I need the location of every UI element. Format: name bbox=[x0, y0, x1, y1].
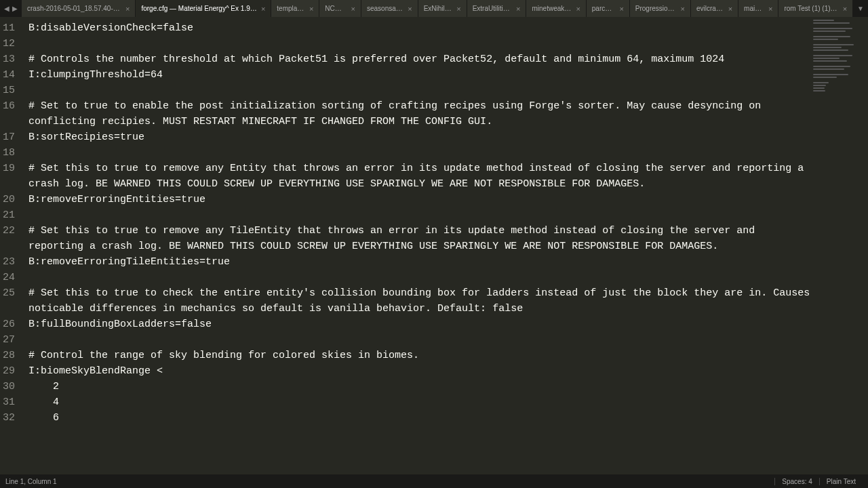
minimap-line bbox=[813, 60, 847, 62]
tab-5[interactable]: ExNihilo.cfg× bbox=[418, 0, 467, 17]
code-line[interactable] bbox=[22, 207, 810, 223]
line-number: 21 bbox=[3, 207, 15, 223]
close-icon[interactable]: × bbox=[619, 5, 623, 13]
minimap-line bbox=[813, 47, 842, 48]
line-number: 26 bbox=[3, 317, 15, 332]
tab-8[interactable]: parcel.cfg× bbox=[587, 0, 630, 17]
line-number: 23 bbox=[3, 254, 15, 270]
tab-label: main.cfg bbox=[744, 5, 764, 12]
minimap-line bbox=[813, 74, 848, 75]
code-line[interactable]: 2 bbox=[22, 379, 810, 394]
tab-next-icon[interactable]: ▶ bbox=[11, 5, 19, 12]
close-icon[interactable]: × bbox=[408, 5, 412, 13]
code-line[interactable]: # Set this to true to remove any Entity … bbox=[22, 161, 810, 192]
line-number: 12 bbox=[3, 36, 15, 52]
close-icon[interactable]: × bbox=[456, 5, 460, 13]
status-position[interactable]: Line 1, Column 1 bbox=[5, 478, 57, 485]
close-icon[interactable]: × bbox=[351, 5, 355, 13]
tab-6[interactable]: ExtraUtilities.cfg× bbox=[467, 0, 527, 17]
tab-prev-icon[interactable]: ◀ bbox=[3, 5, 11, 12]
code-line[interactable]: 4 bbox=[22, 394, 810, 410]
code-line[interactable]: B:sortRecipies=true bbox=[22, 129, 810, 145]
code-line[interactable]: # Control the range of sky blending for … bbox=[22, 348, 810, 363]
status-bar: Line 1, Column 1 Spaces: 4 Plain Text bbox=[0, 474, 868, 488]
tab-label: template.txt bbox=[277, 5, 305, 12]
tab-9[interactable]: Progression.json× bbox=[630, 0, 691, 17]
tab-12[interactable]: rom Test (1) (1)\config× bbox=[778, 0, 853, 17]
tab-label: Progression.json bbox=[635, 5, 677, 12]
close-icon[interactable]: × bbox=[261, 5, 265, 13]
minimap-line bbox=[813, 85, 826, 86]
tab-label: minetweaker.log bbox=[532, 5, 572, 12]
code-line[interactable] bbox=[22, 83, 810, 98]
close-icon[interactable]: × bbox=[576, 5, 580, 13]
code-line[interactable] bbox=[22, 36, 810, 52]
line-number: 15 bbox=[3, 83, 15, 98]
tab-3[interactable]: NCMT.zs× bbox=[319, 0, 361, 17]
line-number: 30 bbox=[3, 379, 15, 394]
code-line[interactable]: B:disableVersionCheck=false bbox=[22, 20, 810, 36]
editor-container: 1112131415161718192021222324252627282930… bbox=[0, 17, 868, 474]
minimap-line bbox=[813, 22, 850, 24]
code-line[interactable] bbox=[22, 332, 810, 348]
tab-0[interactable]: crash-2016-05-01_18.57.40-server.txt× bbox=[22, 0, 136, 17]
tab-4[interactable]: seasonsapi.cfg× bbox=[361, 0, 418, 17]
status-spaces[interactable]: Spaces: 4 bbox=[774, 478, 818, 485]
line-number: 19 bbox=[3, 161, 15, 192]
line-number: 28 bbox=[3, 348, 15, 363]
code-line[interactable]: # Set this to true to check the entire e… bbox=[22, 285, 810, 317]
minimap-line bbox=[813, 39, 838, 40]
tab-label: parcel.cfg bbox=[592, 5, 616, 12]
tab-7[interactable]: minetweaker.log× bbox=[526, 0, 586, 17]
code-line[interactable]: # Set this to true to remove any TileEnt… bbox=[22, 223, 810, 254]
minimap-line bbox=[813, 87, 825, 89]
code-line[interactable] bbox=[22, 270, 810, 285]
line-number: 16 bbox=[3, 98, 15, 129]
tab-2[interactable]: template.txt× bbox=[271, 0, 319, 17]
tab-1[interactable]: forge.cfg — Material Energy^ Ex 1.9 (2)\… bbox=[136, 0, 271, 17]
tab-10[interactable]: evilcraft.cfg× bbox=[691, 0, 738, 17]
close-icon[interactable]: × bbox=[309, 5, 313, 13]
code-area[interactable]: B:disableVersionCheck=false # Controls t… bbox=[22, 17, 810, 474]
editor[interactable]: 1112131415161718192021222324252627282930… bbox=[0, 17, 810, 474]
minimap-line bbox=[813, 58, 840, 59]
code-line[interactable]: B:fullBoundingBoxLadders=false bbox=[22, 317, 810, 332]
code-line[interactable]: B:removeErroringTileEntities=true bbox=[22, 254, 810, 270]
tab-bar: ◀ ▶ crash-2016-05-01_18.57.40-server.txt… bbox=[0, 0, 868, 17]
close-icon[interactable]: × bbox=[728, 5, 732, 13]
code-line[interactable]: # Controls the number threshold at which… bbox=[22, 52, 810, 67]
tab-label: forge.cfg — Material Energy^ Ex 1.9 (2)\… bbox=[141, 5, 257, 12]
line-number: 29 bbox=[3, 363, 15, 379]
line-number: 17 bbox=[3, 129, 15, 145]
minimap-line bbox=[813, 90, 825, 92]
line-number: 13 bbox=[3, 52, 15, 67]
close-icon[interactable]: × bbox=[516, 5, 520, 13]
tab-label: ExtraUtilities.cfg bbox=[473, 5, 512, 12]
minimap-line bbox=[813, 30, 846, 32]
minimap-line bbox=[813, 68, 844, 70]
line-number: 24 bbox=[3, 270, 15, 285]
status-syntax[interactable]: Plain Text bbox=[819, 478, 863, 485]
close-icon[interactable]: × bbox=[681, 5, 685, 13]
code-line[interactable]: # Set to true to enable the post initial… bbox=[22, 98, 810, 129]
line-number: 11 bbox=[3, 20, 15, 36]
code-line[interactable]: I:clumpingThreshold=64 bbox=[22, 67, 810, 83]
tab-label: evilcraft.cfg bbox=[696, 5, 724, 12]
tab-label: rom Test (1) (1)\config bbox=[784, 5, 838, 12]
tab-label: NCMT.zs bbox=[325, 5, 347, 12]
close-icon[interactable]: × bbox=[768, 5, 772, 13]
minimap-line bbox=[813, 49, 848, 51]
line-number: 31 bbox=[3, 394, 15, 410]
line-number: 25 bbox=[3, 285, 15, 317]
close-icon[interactable]: × bbox=[843, 5, 847, 13]
tab-overflow-icon[interactable]: ▼ bbox=[853, 0, 868, 17]
tab-11[interactable]: main.cfg× bbox=[738, 0, 778, 17]
minimap[interactable] bbox=[810, 17, 868, 474]
line-number: 14 bbox=[3, 67, 15, 83]
close-icon[interactable]: × bbox=[125, 5, 130, 13]
tab-label: crash-2016-05-01_18.57.40-server.txt bbox=[27, 5, 121, 12]
code-line[interactable]: 6 bbox=[22, 410, 810, 426]
code-line[interactable]: B:removeErroringEntities=true bbox=[22, 192, 810, 207]
code-line[interactable] bbox=[22, 145, 810, 161]
code-line[interactable]: I:biomeSkyBlendRange < bbox=[22, 363, 810, 379]
